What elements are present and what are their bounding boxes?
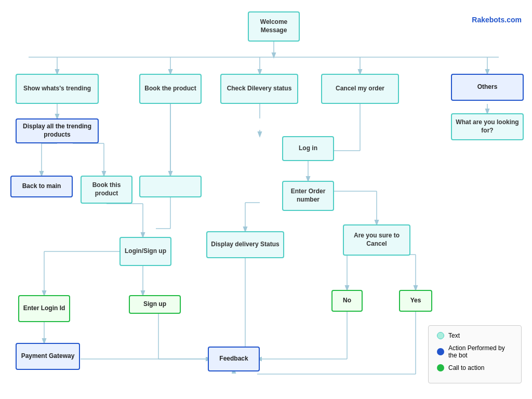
legend-item-text: Text bbox=[437, 332, 513, 339]
show-trending-node: Show whats's trending bbox=[16, 74, 99, 104]
display-delivery-status-node: Display delivery Status bbox=[206, 231, 284, 258]
check-delivery-node: Check Dilevery status bbox=[220, 74, 298, 104]
are-you-sure-node: Are you sure to Cancel bbox=[343, 224, 410, 256]
legend-dot-text bbox=[437, 332, 444, 339]
display-trending-node: Display all the trending products bbox=[16, 118, 99, 143]
log-in-node: Log in bbox=[282, 136, 334, 161]
payment-gateway-node: Payment Gateway bbox=[16, 343, 80, 370]
what-looking-node: What are you looking for? bbox=[451, 113, 524, 140]
legend-item-action: Action Performed by the bot bbox=[437, 344, 513, 359]
legend-dot-cta bbox=[437, 364, 444, 371]
welcome-node: Welcome Message bbox=[248, 11, 300, 42]
feedback-node: Feedback bbox=[208, 347, 260, 371]
legend: Text Action Performed by the bot Call to… bbox=[428, 325, 522, 383]
legend-label-action: Action Performed by the bot bbox=[448, 344, 513, 359]
back-to-main-node: Back to main bbox=[10, 176, 73, 197]
others-node: Others bbox=[451, 74, 524, 101]
enter-order-number-node: Enter Order number bbox=[282, 181, 334, 211]
legend-dot-action bbox=[437, 348, 444, 355]
legend-label-cta: Call to action bbox=[448, 364, 484, 371]
cancel-order-node: Cancel my order bbox=[321, 74, 399, 104]
book-this-product-node: Book this product bbox=[81, 176, 132, 204]
yes-node: Yes bbox=[399, 290, 432, 312]
sign-up-node: Sign up bbox=[129, 295, 181, 314]
flowchart-diagram: Rakebots.com Welcome Message Show whats'… bbox=[0, 0, 532, 399]
brand-label: Rakebots.com bbox=[472, 16, 522, 24]
login-signup-node: Login/Sign up bbox=[119, 237, 171, 266]
legend-item-cta: Call to action bbox=[437, 364, 513, 371]
book-product-node: Book the product bbox=[139, 74, 202, 104]
no-node: No bbox=[331, 290, 363, 312]
enter-login-id-node: Enter Login Id bbox=[18, 295, 70, 322]
legend-label-text: Text bbox=[448, 332, 460, 339]
book-product-2-node bbox=[139, 176, 202, 197]
